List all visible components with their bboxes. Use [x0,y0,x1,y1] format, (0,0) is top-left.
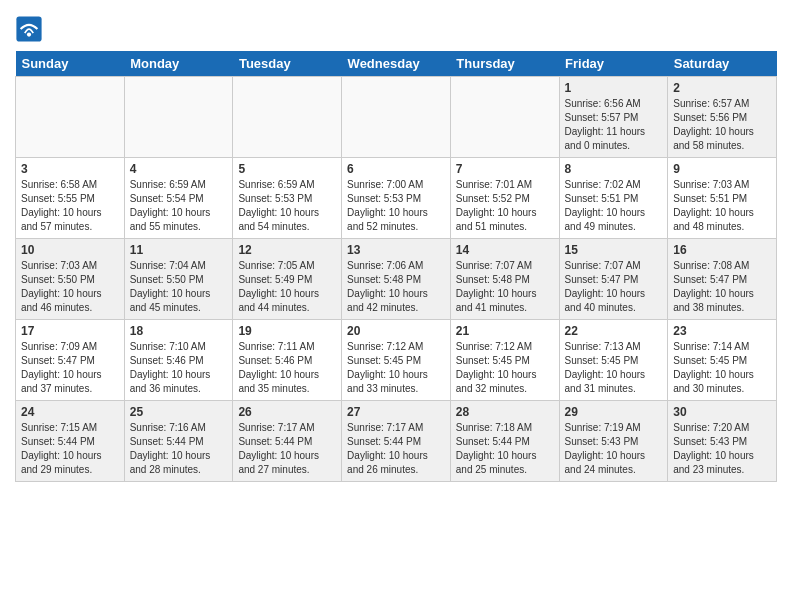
day-cell: 1Sunrise: 6:56 AM Sunset: 5:57 PM Daylig… [559,77,668,158]
day-cell: 6Sunrise: 7:00 AM Sunset: 5:53 PM Daylig… [342,158,451,239]
weekday-header-sunday: Sunday [16,51,125,77]
day-info: Sunrise: 6:57 AM Sunset: 5:56 PM Dayligh… [673,97,771,153]
day-cell: 22Sunrise: 7:13 AM Sunset: 5:45 PM Dayli… [559,320,668,401]
day-number: 20 [347,324,445,338]
day-cell: 27Sunrise: 7:17 AM Sunset: 5:44 PM Dayli… [342,401,451,482]
day-number: 8 [565,162,663,176]
day-cell: 4Sunrise: 6:59 AM Sunset: 5:54 PM Daylig… [124,158,233,239]
week-row-0: 1Sunrise: 6:56 AM Sunset: 5:57 PM Daylig… [16,77,777,158]
weekday-header-row: SundayMondayTuesdayWednesdayThursdayFrid… [16,51,777,77]
day-info: Sunrise: 7:18 AM Sunset: 5:44 PM Dayligh… [456,421,554,477]
day-cell: 19Sunrise: 7:11 AM Sunset: 5:46 PM Dayli… [233,320,342,401]
day-number: 12 [238,243,336,257]
day-cell: 14Sunrise: 7:07 AM Sunset: 5:48 PM Dayli… [450,239,559,320]
day-number: 17 [21,324,119,338]
day-info: Sunrise: 7:02 AM Sunset: 5:51 PM Dayligh… [565,178,663,234]
day-cell: 23Sunrise: 7:14 AM Sunset: 5:45 PM Dayli… [668,320,777,401]
week-row-3: 17Sunrise: 7:09 AM Sunset: 5:47 PM Dayli… [16,320,777,401]
day-cell: 29Sunrise: 7:19 AM Sunset: 5:43 PM Dayli… [559,401,668,482]
day-info: Sunrise: 7:11 AM Sunset: 5:46 PM Dayligh… [238,340,336,396]
day-number: 3 [21,162,119,176]
week-row-2: 10Sunrise: 7:03 AM Sunset: 5:50 PM Dayli… [16,239,777,320]
day-info: Sunrise: 7:10 AM Sunset: 5:46 PM Dayligh… [130,340,228,396]
day-info: Sunrise: 6:59 AM Sunset: 5:54 PM Dayligh… [130,178,228,234]
day-number: 11 [130,243,228,257]
day-cell [233,77,342,158]
day-info: Sunrise: 7:06 AM Sunset: 5:48 PM Dayligh… [347,259,445,315]
day-number: 5 [238,162,336,176]
day-number: 13 [347,243,445,257]
day-info: Sunrise: 6:58 AM Sunset: 5:55 PM Dayligh… [21,178,119,234]
day-number: 4 [130,162,228,176]
day-number: 28 [456,405,554,419]
day-number: 15 [565,243,663,257]
day-number: 14 [456,243,554,257]
day-info: Sunrise: 7:09 AM Sunset: 5:47 PM Dayligh… [21,340,119,396]
day-number: 19 [238,324,336,338]
day-info: Sunrise: 7:19 AM Sunset: 5:43 PM Dayligh… [565,421,663,477]
logo [15,15,47,43]
day-cell: 3Sunrise: 6:58 AM Sunset: 5:55 PM Daylig… [16,158,125,239]
day-number: 26 [238,405,336,419]
day-info: Sunrise: 7:15 AM Sunset: 5:44 PM Dayligh… [21,421,119,477]
weekday-header-wednesday: Wednesday [342,51,451,77]
day-cell [342,77,451,158]
day-info: Sunrise: 7:17 AM Sunset: 5:44 PM Dayligh… [347,421,445,477]
day-info: Sunrise: 7:12 AM Sunset: 5:45 PM Dayligh… [456,340,554,396]
day-info: Sunrise: 7:01 AM Sunset: 5:52 PM Dayligh… [456,178,554,234]
day-cell: 9Sunrise: 7:03 AM Sunset: 5:51 PM Daylig… [668,158,777,239]
day-info: Sunrise: 7:13 AM Sunset: 5:45 PM Dayligh… [565,340,663,396]
day-cell [16,77,125,158]
weekday-header-friday: Friday [559,51,668,77]
day-number: 1 [565,81,663,95]
day-cell: 11Sunrise: 7:04 AM Sunset: 5:50 PM Dayli… [124,239,233,320]
day-cell: 7Sunrise: 7:01 AM Sunset: 5:52 PM Daylig… [450,158,559,239]
day-cell: 17Sunrise: 7:09 AM Sunset: 5:47 PM Dayli… [16,320,125,401]
day-number: 9 [673,162,771,176]
day-number: 18 [130,324,228,338]
calendar-table: SundayMondayTuesdayWednesdayThursdayFrid… [15,51,777,482]
week-row-1: 3Sunrise: 6:58 AM Sunset: 5:55 PM Daylig… [16,158,777,239]
day-info: Sunrise: 7:03 AM Sunset: 5:51 PM Dayligh… [673,178,771,234]
day-number: 25 [130,405,228,419]
day-number: 2 [673,81,771,95]
weekday-header-thursday: Thursday [450,51,559,77]
day-cell: 15Sunrise: 7:07 AM Sunset: 5:47 PM Dayli… [559,239,668,320]
day-info: Sunrise: 7:07 AM Sunset: 5:48 PM Dayligh… [456,259,554,315]
day-cell: 10Sunrise: 7:03 AM Sunset: 5:50 PM Dayli… [16,239,125,320]
day-cell: 18Sunrise: 7:10 AM Sunset: 5:46 PM Dayli… [124,320,233,401]
weekday-header-monday: Monday [124,51,233,77]
day-number: 24 [21,405,119,419]
day-info: Sunrise: 7:03 AM Sunset: 5:50 PM Dayligh… [21,259,119,315]
day-cell: 28Sunrise: 7:18 AM Sunset: 5:44 PM Dayli… [450,401,559,482]
day-number: 6 [347,162,445,176]
day-number: 23 [673,324,771,338]
weekday-header-tuesday: Tuesday [233,51,342,77]
day-info: Sunrise: 7:12 AM Sunset: 5:45 PM Dayligh… [347,340,445,396]
day-cell: 21Sunrise: 7:12 AM Sunset: 5:45 PM Dayli… [450,320,559,401]
day-info: Sunrise: 7:17 AM Sunset: 5:44 PM Dayligh… [238,421,336,477]
day-info: Sunrise: 7:05 AM Sunset: 5:49 PM Dayligh… [238,259,336,315]
day-cell [124,77,233,158]
day-cell: 25Sunrise: 7:16 AM Sunset: 5:44 PM Dayli… [124,401,233,482]
day-cell: 26Sunrise: 7:17 AM Sunset: 5:44 PM Dayli… [233,401,342,482]
day-cell: 13Sunrise: 7:06 AM Sunset: 5:48 PM Dayli… [342,239,451,320]
day-cell: 8Sunrise: 7:02 AM Sunset: 5:51 PM Daylig… [559,158,668,239]
day-info: Sunrise: 6:59 AM Sunset: 5:53 PM Dayligh… [238,178,336,234]
day-number: 27 [347,405,445,419]
day-number: 10 [21,243,119,257]
day-number: 16 [673,243,771,257]
day-number: 21 [456,324,554,338]
day-info: Sunrise: 7:04 AM Sunset: 5:50 PM Dayligh… [130,259,228,315]
day-number: 22 [565,324,663,338]
day-cell: 30Sunrise: 7:20 AM Sunset: 5:43 PM Dayli… [668,401,777,482]
day-cell: 12Sunrise: 7:05 AM Sunset: 5:49 PM Dayli… [233,239,342,320]
day-cell: 2Sunrise: 6:57 AM Sunset: 5:56 PM Daylig… [668,77,777,158]
day-cell: 5Sunrise: 6:59 AM Sunset: 5:53 PM Daylig… [233,158,342,239]
weekday-header-saturday: Saturday [668,51,777,77]
day-number: 30 [673,405,771,419]
week-row-4: 24Sunrise: 7:15 AM Sunset: 5:44 PM Dayli… [16,401,777,482]
day-info: Sunrise: 7:07 AM Sunset: 5:47 PM Dayligh… [565,259,663,315]
day-number: 29 [565,405,663,419]
day-cell: 24Sunrise: 7:15 AM Sunset: 5:44 PM Dayli… [16,401,125,482]
